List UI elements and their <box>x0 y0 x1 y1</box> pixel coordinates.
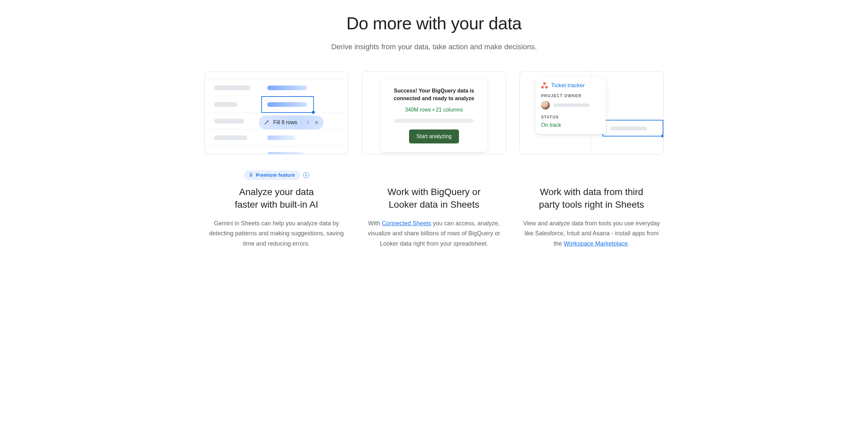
feature-body: With Connected Sheets you can access, an… <box>362 218 506 249</box>
progress-placeholder <box>394 119 474 123</box>
illustration-ai-fill: Fill 8 rows <box>204 71 348 154</box>
feature-title: Work with data from third party tools ri… <box>520 186 664 211</box>
ticket-tracker-card: Ticket tracker PROJECT OWNER STATUS On t… <box>536 78 606 134</box>
section-title: Do more with your data <box>204 13 664 33</box>
workspace-marketplace-link[interactable]: Workspace Marketplace <box>563 240 628 247</box>
selected-cell <box>602 120 663 136</box>
info-icon[interactable]: i <box>303 172 309 178</box>
status-value: On track <box>541 122 600 128</box>
status-label: STATUS <box>541 115 600 120</box>
premium-feature-badge-label: Premium feature <box>256 173 295 178</box>
feature-body: Gemini in Sheets can help you analyze da… <box>204 218 348 249</box>
feature-third-party: Ticket tracker PROJECT OWNER STATUS On t… <box>520 71 664 249</box>
feature-title: Analyze your data faster with built-in A… <box>204 186 348 211</box>
illustration-third-party: Ticket tracker PROJECT OWNER STATUS On t… <box>520 71 664 154</box>
owner-name-placeholder <box>553 103 590 107</box>
section-subtitle: Derive insights from your data, take act… <box>204 42 664 51</box>
more-vert-icon[interactable] <box>306 120 310 125</box>
award-icon <box>249 173 253 178</box>
svg-point-2 <box>308 123 308 124</box>
features-row: Fill 8 rows Premium feature <box>204 71 664 249</box>
magic-wand-icon <box>264 120 269 125</box>
avatar <box>541 101 550 110</box>
premium-feature-badge: Premium feature <box>244 170 300 180</box>
ai-fill-pill[interactable]: Fill 8 rows <box>258 116 323 129</box>
ticket-tracker-title: Ticket tracker <box>551 82 585 89</box>
svg-point-1 <box>308 122 308 123</box>
ai-fill-pill-label: Fill 8 rows <box>273 120 297 125</box>
close-icon[interactable] <box>314 120 319 125</box>
illustration-bigquery: Success! Your BigQuery data is connected… <box>362 71 506 154</box>
asana-icon <box>541 82 548 89</box>
start-analyzing-button[interactable]: Start analyzing <box>409 129 459 144</box>
project-owner-label: PROJECT OWNER <box>541 94 600 98</box>
svg-point-3 <box>250 173 252 175</box>
bigquery-success-text: Success! Your BigQuery data is connected… <box>390 87 478 102</box>
bigquery-meta-text: 340M rows • 21 columns <box>390 107 478 113</box>
connected-sheets-link[interactable]: Connected Sheets <box>382 220 431 227</box>
feature-bigquery-looker: Success! Your BigQuery data is connected… <box>362 71 506 249</box>
feature-body: View and analyze data from tools you use… <box>520 218 664 249</box>
svg-point-0 <box>308 121 308 122</box>
feature-analyze-ai: Fill 8 rows Premium feature <box>204 71 348 249</box>
feature-title: Work with BigQuery or Looker data in She… <box>362 186 506 211</box>
